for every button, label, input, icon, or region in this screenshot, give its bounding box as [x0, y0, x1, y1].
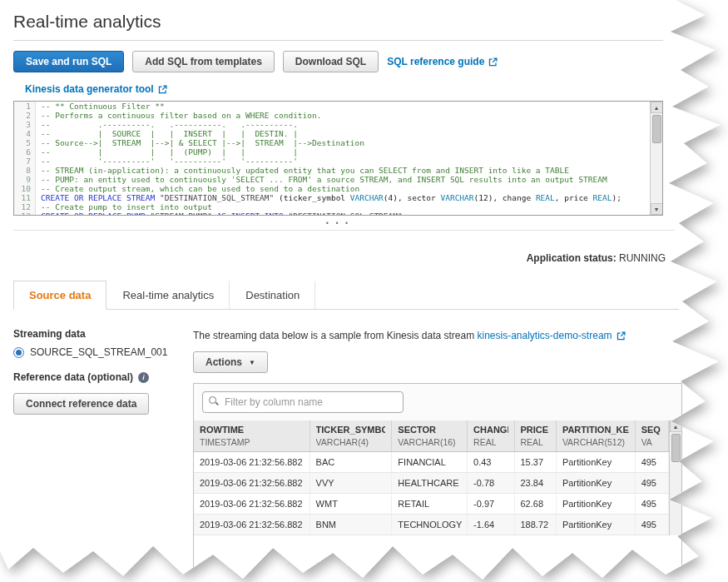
editor-resize-handle[interactable]: • • •: [13, 216, 663, 230]
line-number: 10: [14, 184, 36, 193]
streaming-data-heading: Streaming data: [13, 328, 176, 340]
column-header-ticker_symbol[interactable]: TICKER_SYMBOLVARCHAR(4): [310, 420, 392, 452]
source-stream-option[interactable]: SOURCE_SQL_STREAM_001: [13, 346, 176, 358]
editor-line[interactable]: 7-- '----------' '----------' '---------…: [14, 157, 649, 166]
actions-dropdown-button[interactable]: Actions ▼: [193, 351, 268, 373]
source-stream-label: SOURCE_SQL_STREAM_001: [30, 346, 167, 358]
table-cell: -0.78: [468, 473, 514, 494]
code-text: -- | | | (PUMP) | | |: [36, 147, 298, 157]
table-cell: -1.64: [468, 515, 514, 535]
scroll-up-icon: ▲: [673, 424, 679, 430]
source-data-panel: Streaming data SOURCE_SQL_STREAM_001 Ref…: [13, 321, 728, 582]
torn-screenshot-sheet: Real-time analytics Save and run SQL Add…: [0, 0, 728, 582]
editor-line[interactable]: 12-- Create pump to insert into output: [14, 202, 649, 211]
sample-description-text: The streaming data below is a sample fro…: [193, 330, 474, 341]
sample-data-column: The streaming data below is a sample fro…: [193, 321, 692, 582]
code-text: -- Source-->| STREAM |-->| & SELECT |-->…: [36, 138, 364, 147]
table-cell: 2019-03-06 21:32:56.882: [194, 473, 310, 494]
code-text: -- Create pump to insert into output: [36, 202, 212, 211]
download-sql-button[interactable]: Download SQL: [283, 51, 379, 72]
scroll-down-button[interactable]: ▼: [651, 203, 663, 215]
table-cell: 495: [635, 515, 668, 535]
line-number: 12: [14, 202, 36, 211]
radio-selected-icon[interactable]: [13, 347, 24, 358]
table-row[interactable]: 2019-03-06 21:32:56.882WMTRETAIL-0.9762.…: [194, 494, 669, 515]
editor-line[interactable]: 11CREATE OR REPLACE STREAM "DESTINATION_…: [14, 193, 649, 202]
column-header-price[interactable]: PRICEREAL: [514, 420, 556, 452]
table-cell: PartitionKey: [556, 494, 635, 515]
table-cell: PartitionKey: [556, 515, 635, 535]
editor-line[interactable]: 4-- | SOURCE | | INSERT | | DESTIN. |: [14, 129, 649, 138]
table-cell: 188.72: [514, 515, 556, 535]
code-text: -- | SOURCE | | INSERT | | DESTIN. |: [36, 129, 298, 138]
editor-line[interactable]: 13CREATE OR REPLACE PUMP "STREAM_PUMP" A…: [14, 211, 649, 216]
table-cell: -0.97: [468, 494, 514, 515]
table-cell: 2019-03-06 21:32:56.882: [194, 494, 310, 515]
line-number: 9: [14, 175, 36, 184]
editor-scrollbar-thumb[interactable]: [652, 115, 661, 143]
sql-editor[interactable]: 1-- ** Continuous Filter **2-- Performs …: [13, 101, 663, 216]
line-number: 1: [14, 102, 36, 111]
table-cell: 0.43: [468, 452, 514, 473]
results-tab-bar: Source dataReal-time analyticsDestinatio…: [13, 281, 679, 310]
tab-real-time-analytics[interactable]: Real-time analytics: [106, 281, 230, 309]
table-cell: 15.37: [514, 452, 556, 473]
table-row[interactable]: 2019-03-06 21:32:56.882BACFINANCIAL0.431…: [194, 452, 669, 473]
stream-selection-column: Streaming data SOURCE_SQL_STREAM_001 Ref…: [13, 321, 176, 582]
scroll-up-button[interactable]: ▲: [651, 102, 663, 113]
column-header-change[interactable]: CHANGEREAL: [468, 420, 514, 452]
table-row[interactable]: 2019-03-06 21:32:56.882VVYHEALTHCARE-0.7…: [194, 473, 669, 494]
scroll-up-button[interactable]: ▲: [670, 420, 682, 432]
save-and-run-sql-button[interactable]: Save and run SQL: [13, 51, 124, 72]
editor-line[interactable]: 8-- STREAM (in-application): a continuou…: [14, 166, 649, 175]
editor-scrollbar[interactable]: ▲ ▼: [650, 102, 662, 215]
sql-reference-guide-link[interactable]: SQL reference guide: [387, 56, 498, 67]
line-number: 7: [14, 157, 36, 166]
editor-line[interactable]: 9-- PUMP: an entity used to continuously…: [14, 175, 649, 184]
title-divider: [13, 40, 663, 41]
line-number: 2: [14, 111, 36, 120]
table-scrollbar-thumb[interactable]: [671, 434, 681, 462]
editor-line[interactable]: 6-- | | | (PUMP) | | |: [14, 147, 649, 157]
demo-stream-link[interactable]: kinesis-analytics-demo-stream: [478, 330, 626, 341]
section-divider: [13, 230, 675, 231]
line-number: 11: [14, 193, 36, 202]
filter-columns-input[interactable]: [202, 391, 404, 413]
editor-line[interactable]: 5-- Source-->| STREAM |-->| & SELECT |--…: [14, 138, 649, 147]
table-cell: 2019-03-06 21:32:56.882: [194, 515, 310, 535]
application-status-value: RUNNING: [619, 252, 666, 264]
kinesis-data-generator-link[interactable]: Kinesis data generator tool: [25, 83, 167, 95]
tab-source-data[interactable]: Source data: [13, 281, 106, 310]
line-number: 3: [14, 120, 36, 129]
search-icon: [209, 396, 219, 406]
add-sql-from-templates-button[interactable]: Add SQL from templates: [132, 51, 274, 72]
sql-reference-guide-label: SQL reference guide: [387, 56, 484, 67]
console-page: Real-time analytics Save and run SQL Add…: [0, 0, 728, 582]
code-text: -- Create output stream, which can be us…: [36, 184, 359, 193]
connect-reference-data-button[interactable]: Connect reference data: [13, 393, 149, 415]
table-row[interactable]: 2019-03-06 21:32:56.882BNMTECHNOLOGY-1.6…: [194, 515, 669, 535]
demo-stream-label: kinesis-analytics-demo-stream: [478, 330, 612, 341]
sql-toolbar: Save and run SQL Add SQL from templates …: [13, 51, 728, 72]
sample-data-table: ROWTIMETIMESTAMPTICKER_SYMBOLVARCHAR(4)S…: [194, 420, 669, 535]
table-cell: BNM: [310, 515, 392, 535]
column-header-seq[interactable]: SEQVA: [635, 420, 668, 452]
line-number: 4: [14, 129, 36, 138]
scroll-down-icon: ▼: [654, 206, 660, 212]
reference-data-heading: Reference data (optional) i: [13, 371, 176, 383]
table-scrollbar[interactable]: ▲: [669, 420, 681, 535]
column-header-partition_key[interactable]: PARTITION_KEYVARCHAR(512): [556, 420, 635, 452]
code-text: -- STREAM (in-application): a continuous…: [36, 166, 569, 175]
editor-line[interactable]: 1-- ** Continuous Filter **: [14, 102, 649, 111]
editor-line[interactable]: 3-- .----------. .----------. .---------…: [14, 120, 649, 129]
column-header-sector[interactable]: SECTORVARCHAR(16): [392, 420, 468, 452]
info-icon[interactable]: i: [138, 372, 149, 383]
sample-data-table-panel: ROWTIMETIMESTAMPTICKER_SYMBOLVARCHAR(4)S…: [193, 383, 682, 582]
table-area: ROWTIMETIMESTAMPTICKER_SYMBOLVARCHAR(4)S…: [194, 420, 681, 535]
tab-destination[interactable]: Destination: [230, 281, 315, 309]
external-link-icon: [158, 85, 167, 94]
column-header-rowtime[interactable]: ROWTIMETIMESTAMP: [194, 420, 310, 452]
editor-line[interactable]: 10-- Create output stream, which can be …: [14, 184, 649, 193]
table-cell: PartitionKey: [556, 452, 635, 473]
editor-line[interactable]: 2-- Performs a continuous filter based o…: [14, 111, 649, 120]
